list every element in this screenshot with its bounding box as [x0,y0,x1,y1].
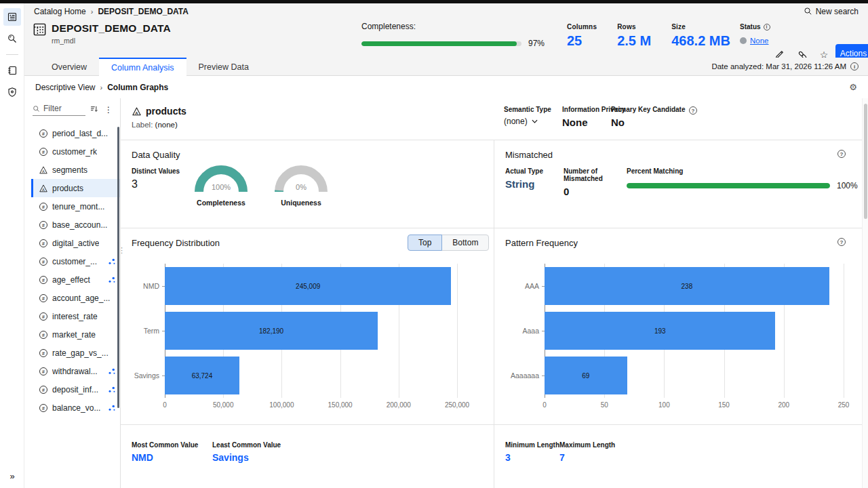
sidebar-item-segments[interactable]: Asegments [31,161,120,179]
sidebar-item-market-rate[interactable]: #market_rate [31,325,120,344]
sidebar-item-customer[interactable]: #customer_... [31,252,120,270]
insight-icon [108,386,116,394]
sort-icon[interactable] [90,104,99,116]
info-icon[interactable]: i [764,24,770,30]
semantic-type-dropdown[interactable]: (none) [504,117,551,126]
view-breadcrumb-parent[interactable]: Descriptive View [35,83,95,92]
column-item-label: market_rate [52,330,96,340]
gear-icon[interactable]: ⚙ [849,82,857,92]
page-scrollbar-thumb[interactable] [864,104,867,219]
overflow-menu-icon[interactable]: ⋮ [103,105,114,115]
chart-gridline [844,264,844,398]
filter-input[interactable] [43,104,83,113]
sidebar-item-age-effect[interactable]: #age_effect [31,270,120,289]
breadcrumb-current: DEPOSIT_DEMO_DATA [98,7,189,16]
actions-label: Actions [840,49,867,58]
breadcrumb-catalog-home[interactable]: Catalog Home [34,7,86,16]
sidebar-item-account-age[interactable]: #account_age_... [31,289,120,307]
sidebar-scrollbar[interactable] [117,127,119,408]
sidebar-item-rate-gap-vs[interactable]: #rate_gap_vs_... [31,344,120,362]
chart-bar-value: 238 [682,283,693,290]
pattern-chart: AAAAaaaAaaaaaa23819369050100150200250 [505,264,862,411]
column-header: A products Label: (none) Semantic Type (… [121,98,862,140]
number-type-icon: # [39,403,48,413]
frequency-title: Frequency Distribution [132,238,220,248]
sidebar-item-period-last-d[interactable]: #period_last_d... [31,124,120,142]
column-item-label: interest_rate [52,312,98,321]
chart-bar-term[interactable]: 182,190 [165,312,378,350]
status-value-link[interactable]: None [750,37,769,45]
distinct-values-value: 3 [132,178,180,190]
minimum-length-label: Minimum Length [505,441,559,449]
tab-preview-data[interactable]: Preview Data [186,58,261,76]
sidebar-item-withdrawal[interactable]: #withdrawal... [31,362,120,380]
sidebar-item-tenure-mont[interactable]: #tenure_mont... [31,197,120,216]
chart-category-label: Savings [132,353,165,398]
tabs: OverviewColumn AnalysisPreview Data [39,58,261,75]
query-icon[interactable] [3,30,21,47]
pattern-frequency-section: Pattern Frequency ? AAAAaaaAaaaaaa238193… [494,228,862,425]
column-item-label: customer_... [52,257,97,266]
svg-text:#: # [42,259,45,264]
chart-bar-nmd[interactable]: 245,009 [165,267,451,305]
sidebar-item-interest-rate[interactable]: #interest_rate [31,307,120,325]
sidebar-item-deposit-inf[interactable]: #deposit_inf... [31,380,120,399]
gauge-uniqueness: 0%Uniqueness [269,165,334,207]
chart-x-tick: 200 [778,401,789,409]
column-item-label: base_accoun... [52,220,107,230]
notebook-icon[interactable] [3,62,21,79]
governance-icon[interactable] [3,83,21,101]
header-stats: Columns25Rows2.5 MSize468.2 MB [567,23,730,49]
chart-category-labels: AAAAaaaAaaaaaa [505,264,545,398]
column-label-key: Label: [132,121,153,129]
help-icon[interactable]: ? [837,238,846,246]
tab-overview[interactable]: Overview [39,58,99,76]
new-search-button[interactable]: New search [804,7,859,16]
status-block: Status i None [740,23,770,45]
column-item-label: balance_vo... [52,403,100,413]
number-type-icon: # [39,147,48,157]
svg-text:#: # [42,350,45,355]
search-icon [804,7,812,16]
chart-bar-aaaaaaa[interactable]: 69 [545,357,627,394]
help-icon[interactable]: ? [689,106,697,115]
chart-category-label: Term [132,308,165,353]
actual-type-field: Actual Type String [505,167,564,197]
gauges: 100%Completeness0%Uniqueness [189,165,334,207]
insight-icon [108,367,116,375]
help-icon[interactable]: ? [837,150,846,158]
sidebar-item-balance-vo[interactable]: #balance_vo... [31,399,120,417]
tab-column-analysis[interactable]: Column Analysis [99,58,186,76]
completeness-value: 97% [528,39,545,48]
maximum-length-value: 7 [559,452,615,463]
chart-bar-row: 245,009 [165,264,457,308]
column-item-label: withdrawal... [52,367,98,376]
chart-bar-aaa[interactable]: 238 [545,267,829,305]
chart-bar-value: 69 [582,372,589,380]
actual-type-label: Actual Type [505,167,564,175]
chart-category-labels: NMDTermSavings [132,264,165,398]
number-type-icon: # [39,257,48,266]
completeness-label: Completeness: [361,22,545,31]
primary-key-field: Primary Key Candidate No [611,106,686,128]
sidebar-item-customer-rk[interactable]: #customer_rk [31,142,120,161]
chart-bar-savings[interactable]: 63,724 [165,357,239,394]
stat-value: 468.2 MB [671,33,730,49]
info-icon[interactable]: i [850,62,859,70]
tab-bar: OverviewColumn AnalysisPreview Data Date… [24,58,868,76]
toggle-bottom[interactable]: Bottom [441,235,489,251]
chart-bar-aaaa[interactable]: 193 [545,312,775,350]
number-type-icon: # [39,275,48,285]
sidebar-item-products[interactable]: Aproducts [31,179,120,197]
insight-icon [108,276,116,284]
stat-columns: Columns25 [567,23,597,49]
toggle-top[interactable]: Top [408,235,442,251]
sidebar-item-digital-active[interactable]: #digital_active [31,234,120,252]
search-icon [33,105,40,113]
sidebar-item-base-accoun[interactable]: #base_accoun... [31,216,120,234]
expand-panel-icon[interactable]: » [0,471,24,481]
page-scrollbar[interactable] [862,98,868,488]
catalog-icon[interactable] [3,8,21,26]
chart-bar-row: 63,724 [165,353,457,398]
frequency-distribution-section: Frequency Distribution TopBottom NMDTerm… [121,228,494,425]
